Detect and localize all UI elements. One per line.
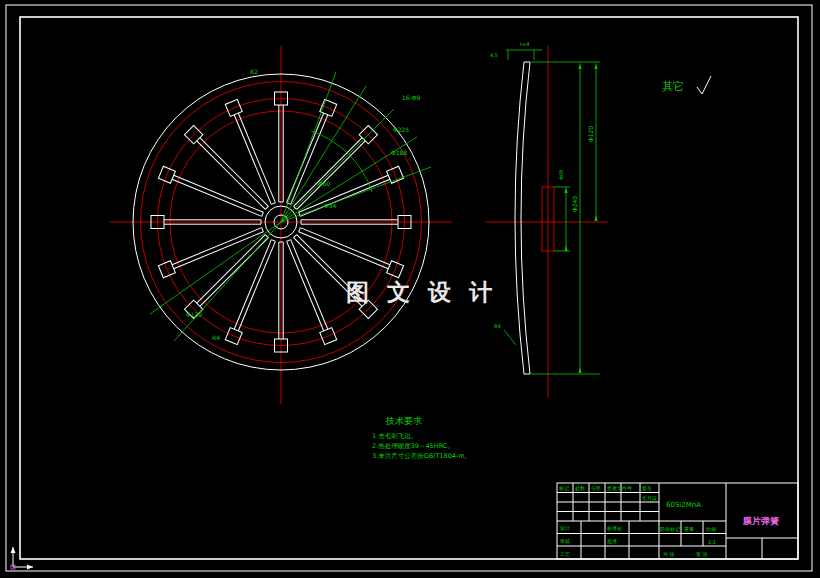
- dim-label: Φ68: [558, 170, 564, 180]
- title-block: 标记 处数 分区 更改文件号 签名 年月日 设计 审核 工艺 标准化 批准 60…: [557, 483, 798, 559]
- side-centerlines: [486, 46, 608, 398]
- tb-field: 比例: [706, 526, 716, 533]
- dim-label: R4: [212, 334, 220, 341]
- dim-label: Φ240: [571, 196, 578, 212]
- other-surfaces-label: 其它: [662, 80, 684, 93]
- revision-grid: 标记 处数 分区 更改文件号 签名 年月日 设计 审核 工艺 标准化 批准: [557, 483, 659, 559]
- tb-row-label: 批准: [607, 538, 617, 545]
- dim-label: Φ60: [318, 180, 331, 187]
- sheet-number: 第 张: [696, 551, 708, 558]
- side-view: 4.5 t=4 Φ240 Φ120 Φ68 R4: [486, 41, 608, 398]
- tb-field: 阶段标记: [660, 526, 680, 533]
- tech-note-line: 1.去毛刺飞边。: [372, 432, 417, 440]
- dim-label: Φ225: [393, 126, 409, 133]
- dim-label: Φ34: [324, 202, 337, 209]
- tb-header: 处数: [575, 485, 585, 492]
- dim-label: 4.5: [490, 52, 498, 58]
- roughness-icon: [697, 76, 711, 94]
- tech-notes-title: 技术要求: [385, 416, 422, 426]
- tech-note-line: 3.未注尺寸公差按GB/T1804-m。: [372, 452, 471, 460]
- tb-row-label: 设计: [559, 525, 570, 531]
- tb-header: 签名: [642, 485, 652, 492]
- tb-row-label: 审核: [560, 538, 570, 544]
- cad-canvas: R2 16-Φ9 Φ225 Φ188 Φ60 Φ34 Φ130 R4: [0, 0, 820, 578]
- roughness-note: 其它: [662, 76, 711, 94]
- watermark-text: 图 文 设 计: [346, 279, 497, 305]
- part-name-section: 膜片弹簧: [726, 516, 798, 559]
- material-section: 60Si2MnA 阶段标记 重量 比例 1:1 共 张 第 张: [659, 501, 726, 558]
- dim-label: R2: [250, 68, 258, 75]
- tb-row-label: 工艺: [560, 551, 570, 557]
- dim-label: Φ130: [186, 311, 202, 318]
- material-spec: 60Si2MnA: [666, 501, 701, 509]
- tb-header: 分区: [591, 485, 601, 491]
- dim-label: t=4: [520, 41, 529, 47]
- front-centerlines: [110, 46, 452, 404]
- sheet-count: 共 张: [663, 551, 675, 558]
- scale-value: 1:1: [708, 539, 716, 545]
- dim-label: 16-Φ9: [402, 94, 421, 101]
- tech-note-line: 2.热处理硬度39～45HRC。: [372, 442, 454, 450]
- tb-field: 重量: [684, 526, 694, 532]
- tech-notes: 技术要求 1.去毛刺飞边。 2.热处理硬度39～45HRC。 3.未注尺寸公差按…: [372, 416, 471, 460]
- front-view: R2 16-Φ9 Φ225 Φ188 Φ60 Φ34 Φ130 R4: [110, 46, 452, 404]
- dim-label: Φ120: [587, 126, 594, 142]
- side-dims: [504, 50, 600, 374]
- dim-label: R4: [494, 323, 501, 329]
- disc-profile: [515, 62, 530, 374]
- tb-header: 年月日: [642, 495, 657, 502]
- cad-drawing-stage: R2 16-Φ9 Φ225 Φ188 Φ60 Φ34 Φ130 R4: [0, 0, 820, 578]
- part-name: 膜片弹簧: [742, 516, 779, 526]
- tb-header: 标记: [558, 485, 569, 492]
- tb-header: 更改文件号: [607, 485, 632, 491]
- tb-row-label: 标准化: [606, 525, 622, 532]
- dim-label: Φ188: [391, 149, 407, 156]
